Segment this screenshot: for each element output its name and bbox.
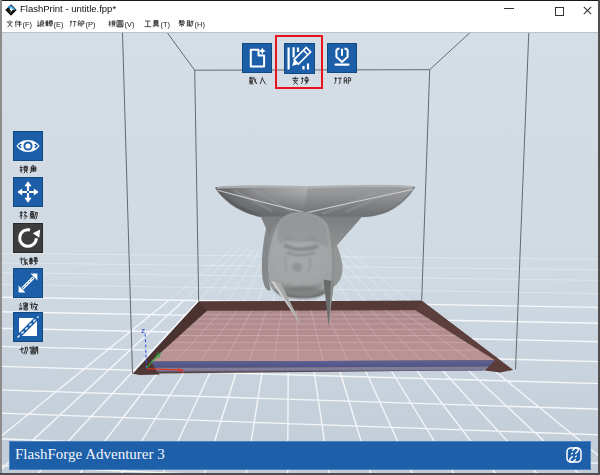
svg-text:z: z [141,326,145,335]
svg-text:x: x [180,366,184,375]
svg-text:y: y [157,349,161,358]
